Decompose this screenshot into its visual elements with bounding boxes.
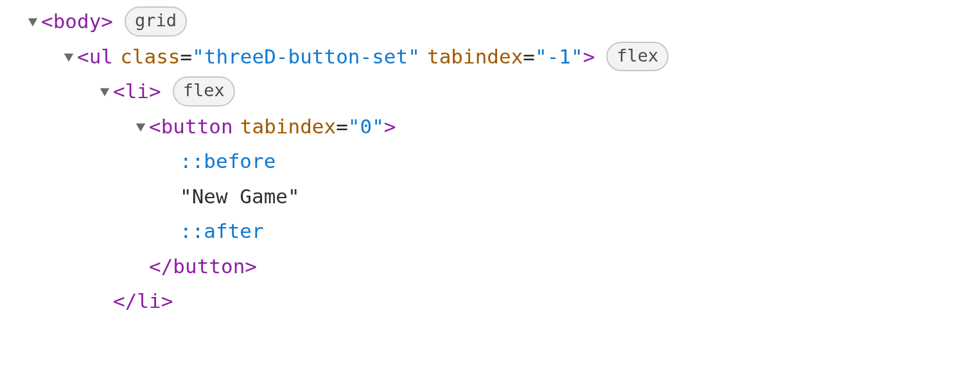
tree-row[interactable]: ::after — [27, 214, 980, 249]
expand-chevron-icon[interactable] — [63, 51, 74, 63]
tag-bracket: > — [245, 251, 257, 282]
pseudo-element: ::after — [180, 216, 264, 246]
tree-row[interactable]: </button> — [27, 249, 980, 284]
chevron-spacer — [166, 226, 177, 237]
tree-row[interactable]: <ulclass="threeD-button-set"tabindex="-1… — [27, 39, 980, 74]
dom-tree-panel: <body>grid<ulclass="threeD-button-set"ta… — [0, 0, 980, 319]
tag-name: button — [173, 251, 245, 282]
attribute-equals: = — [523, 42, 535, 72]
layout-badge[interactable]: grid — [125, 6, 187, 37]
layout-badge[interactable]: flex — [606, 42, 669, 72]
attribute-name: tabindex — [240, 112, 336, 142]
tag-bracket: < — [149, 112, 161, 142]
layout-badge[interactable]: flex — [173, 76, 235, 106]
expand-chevron-icon[interactable] — [99, 86, 110, 97]
attribute-name: tabindex — [427, 42, 523, 72]
tag-name: body — [53, 6, 101, 37]
tag-bracket: > — [583, 42, 595, 72]
tag-name: button — [161, 112, 233, 142]
attribute-value: "0" — [348, 112, 384, 142]
attribute-equals: = — [180, 42, 193, 72]
tag-bracket: </ — [113, 286, 137, 316]
tag-bracket: > — [149, 76, 161, 106]
attribute-equals: = — [336, 112, 348, 142]
attribute-name: class — [120, 42, 180, 72]
attribute-value: "threeD-button-set" — [192, 42, 420, 72]
tag-bracket: < — [113, 76, 125, 106]
tag-bracket: > — [161, 286, 173, 316]
pseudo-element: ::before — [180, 146, 276, 176]
tree-row[interactable]: <li>flex — [27, 74, 980, 109]
tag-name: ul — [89, 42, 113, 72]
tree-row[interactable]: <body>grid — [27, 4, 980, 39]
tag-bracket: > — [384, 112, 396, 142]
chevron-spacer — [166, 191, 177, 203]
tree-row[interactable]: "New Game" — [27, 179, 980, 214]
tag-bracket: </ — [149, 251, 173, 282]
tag-bracket: > — [101, 6, 113, 37]
chevron-spacer — [135, 261, 146, 273]
expand-chevron-icon[interactable] — [27, 16, 39, 28]
tree-row[interactable]: ::before — [27, 144, 980, 179]
tree-row[interactable]: </li> — [27, 283, 980, 319]
tag-name: li — [137, 286, 161, 316]
chevron-spacer — [99, 296, 110, 307]
tag-bracket: < — [41, 6, 53, 37]
tag-name: li — [125, 76, 149, 106]
chevron-spacer — [166, 156, 177, 167]
tag-bracket: < — [77, 42, 89, 72]
expand-chevron-icon[interactable] — [135, 121, 146, 133]
attribute-value: "-1" — [535, 42, 583, 72]
tree-row[interactable]: <buttontabindex="0"> — [27, 109, 980, 144]
text-node: "New Game" — [180, 182, 300, 212]
